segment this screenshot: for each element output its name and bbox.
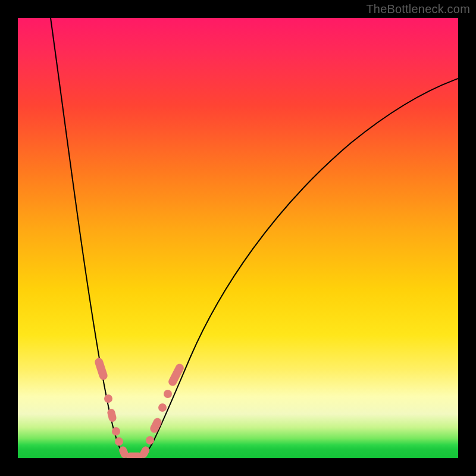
marker-dot-4 [115, 437, 123, 446]
marker-cluster [93, 357, 185, 458]
curve-layer [18, 18, 458, 458]
plot-area [18, 18, 458, 458]
v-curve [51, 18, 458, 456]
watermark-text: TheBottleneck.com [366, 2, 470, 16]
marker-dot-8 [146, 436, 154, 444]
chart-frame: TheBottleneck.com [0, 0, 476, 476]
marker-dot-10 [158, 403, 167, 412]
marker-capsule-2 [107, 408, 117, 422]
curve-left-branch [51, 18, 127, 456]
marker-dot-11 [164, 390, 172, 398]
curve-right-branch [142, 79, 458, 456]
marker-capsule-0 [93, 357, 108, 381]
marker-dot-3 [112, 427, 120, 436]
marker-dot-1 [104, 394, 112, 403]
